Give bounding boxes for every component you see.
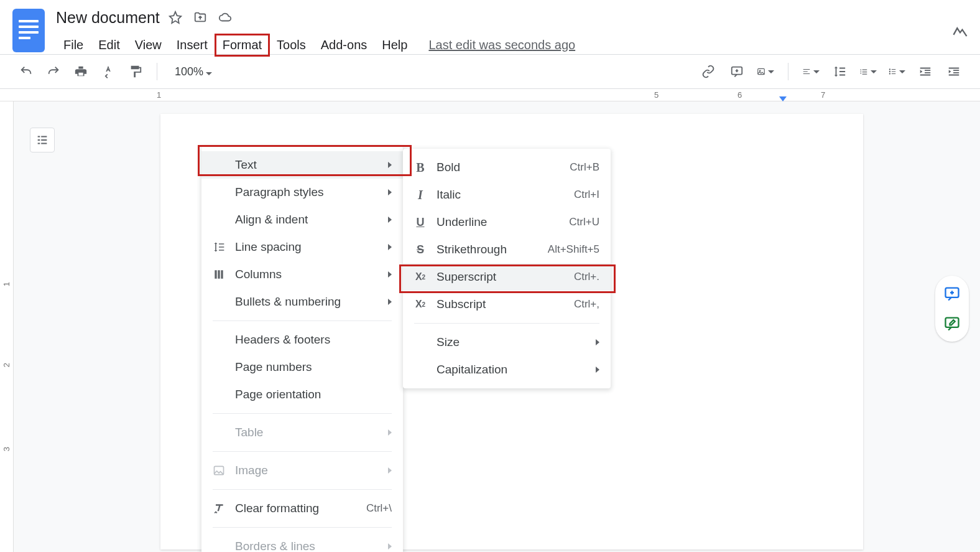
- activity-icon[interactable]: [951, 22, 969, 40]
- format-image: Image: [201, 457, 403, 484]
- undo-button[interactable]: [17, 63, 35, 80]
- star-icon[interactable]: [169, 11, 182, 24]
- side-add-comment-button[interactable]: [941, 283, 963, 304]
- menu-help[interactable]: Help: [374, 34, 415, 56]
- text-superscript[interactable]: X2 SuperscriptCtrl+.: [403, 263, 611, 291]
- side-suggest-edit-button[interactable]: [941, 313, 963, 334]
- line-spacing-button[interactable]: [831, 63, 848, 80]
- format-text[interactable]: Text: [201, 151, 403, 179]
- ruler-number: 6: [737, 90, 742, 100]
- text-italic[interactable]: I ItalicCtrl+I: [403, 181, 611, 208]
- clear-formatting-icon: [211, 502, 226, 515]
- format-line-spacing[interactable]: Line spacing: [201, 233, 403, 261]
- menu-tools[interactable]: Tools: [269, 34, 313, 56]
- add-comment-button[interactable]: [728, 63, 746, 80]
- underline-icon: U: [413, 216, 428, 229]
- format-clear-formatting[interactable]: Clear formattingCtrl+\: [201, 495, 403, 522]
- image-icon: [211, 464, 226, 477]
- svg-rect-8: [946, 318, 959, 327]
- vertical-ruler: 1 2 3: [0, 101, 14, 552]
- superscript-icon: X2: [413, 271, 428, 283]
- ruler-number: 1: [157, 90, 161, 100]
- numbered-list-button[interactable]: [859, 63, 877, 80]
- print-button[interactable]: [72, 63, 90, 80]
- document-title[interactable]: New document: [56, 9, 160, 27]
- svg-point-4: [889, 71, 890, 72]
- format-headers-footers[interactable]: Headers & footers: [201, 326, 403, 353]
- svg-point-5: [889, 73, 890, 74]
- text-size[interactable]: Size: [403, 329, 611, 356]
- spellcheck-button[interactable]: [99, 63, 117, 80]
- horizontal-ruler: 1 5 6 7: [0, 89, 980, 101]
- text-submenu-popup: B BoldCtrl+B I ItalicCtrl+I U UnderlineC…: [403, 149, 611, 388]
- decrease-indent-button[interactable]: [917, 63, 934, 80]
- ruler-number: 1: [2, 282, 11, 286]
- redo-button[interactable]: [45, 63, 62, 80]
- last-edit-link[interactable]: Last edit was seconds ago: [428, 38, 575, 52]
- format-paragraph-styles[interactable]: Paragraph styles: [201, 179, 403, 206]
- insert-image-button[interactable]: [757, 63, 774, 80]
- format-page-numbers[interactable]: Page numbers: [201, 353, 403, 381]
- ruler-number: 2: [2, 363, 11, 367]
- format-align-indent[interactable]: Align & indent: [201, 206, 403, 233]
- text-subscript[interactable]: X2 SubscriptCtrl+,: [403, 291, 611, 318]
- menu-edit[interactable]: Edit: [91, 34, 127, 56]
- format-columns[interactable]: Columns: [201, 261, 403, 288]
- text-capitalization[interactable]: Capitalization: [403, 356, 611, 383]
- text-strikethrough[interactable]: S StrikethroughAlt+Shift+5: [403, 236, 611, 263]
- docs-logo[interactable]: [12, 9, 45, 52]
- cloud-status-icon[interactable]: [218, 11, 232, 24]
- text-bold[interactable]: B BoldCtrl+B: [403, 154, 611, 181]
- menu-file[interactable]: File: [56, 34, 91, 56]
- align-button[interactable]: [802, 63, 820, 80]
- strikethrough-icon: S: [413, 243, 428, 256]
- format-bullets-numbering[interactable]: Bullets & numbering: [201, 288, 403, 316]
- ruler-number: 3: [2, 447, 11, 451]
- format-menu-popup: Text Paragraph styles Align & indent Lin…: [201, 146, 403, 552]
- indent-marker-icon[interactable]: [779, 96, 787, 101]
- bold-icon: B: [413, 161, 428, 175]
- ruler-number: 7: [821, 90, 825, 100]
- format-table: Table: [201, 419, 403, 446]
- line-spacing-icon: [211, 241, 226, 253]
- paint-format-button[interactable]: [127, 63, 144, 80]
- ruler-number: 5: [654, 90, 659, 100]
- bulleted-list-button[interactable]: [888, 63, 905, 80]
- menu-addons[interactable]: Add-ons: [313, 34, 375, 56]
- svg-point-3: [889, 68, 890, 70]
- insert-link-button[interactable]: [700, 63, 717, 80]
- format-borders-lines: Borders & lines: [201, 533, 403, 552]
- format-page-orientation[interactable]: Page orientation: [201, 381, 403, 408]
- menu-insert[interactable]: Insert: [169, 34, 215, 56]
- zoom-select[interactable]: 100%: [170, 65, 217, 78]
- document-outline-button[interactable]: [30, 128, 55, 152]
- italic-icon: I: [413, 188, 428, 202]
- text-underline[interactable]: U UnderlineCtrl+U: [403, 208, 611, 236]
- move-folder-icon[interactable]: [193, 11, 207, 24]
- columns-icon: [211, 268, 226, 281]
- increase-indent-button[interactable]: [945, 63, 963, 80]
- menu-view[interactable]: View: [127, 34, 169, 56]
- svg-point-2: [759, 70, 760, 72]
- subscript-icon: X2: [413, 299, 428, 310]
- menu-format[interactable]: Format: [215, 34, 269, 56]
